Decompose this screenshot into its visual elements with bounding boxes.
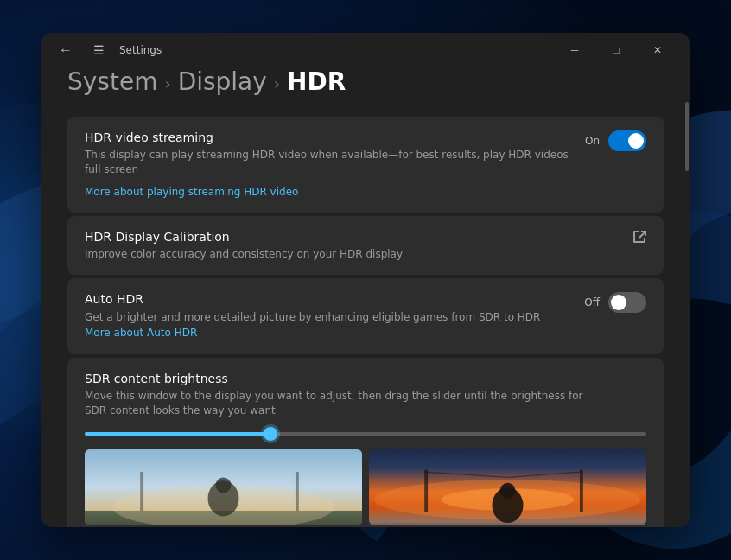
brightness-slider-fill bbox=[85, 432, 270, 436]
hdr-calibration-section: HDR Display Calibration Improve color ac… bbox=[67, 216, 664, 276]
external-link-icon[interactable] bbox=[632, 230, 646, 246]
hdr-video-desc: This display can play streaming HDR vide… bbox=[85, 148, 571, 177]
auto-hdr-toggle[interactable] bbox=[608, 292, 646, 313]
breadcrumb: System › Display › HDR bbox=[67, 67, 664, 96]
scrollbar-thumb[interactable] bbox=[685, 102, 689, 171]
auto-hdr-desc: Get a brighter and more detailed picture… bbox=[85, 309, 570, 340]
breadcrumb-sep-2: › bbox=[274, 74, 280, 92]
minimize-button[interactable]: ─ bbox=[555, 36, 594, 64]
auto-hdr-toggle-thumb bbox=[611, 295, 626, 310]
svg-point-5 bbox=[216, 477, 232, 493]
auto-hdr-title: Auto HDR bbox=[85, 292, 570, 306]
svg-rect-13 bbox=[424, 469, 428, 512]
hdr-video-link-row: More about playing streaming HDR video bbox=[85, 182, 571, 199]
window-title: Settings bbox=[119, 44, 162, 56]
hdr-video-text: HDR video streaming This display can pla… bbox=[85, 130, 571, 199]
title-bar: ← ☰ Settings ─ □ ✕ bbox=[41, 33, 690, 67]
brightness-slider-thumb[interactable] bbox=[264, 427, 277, 441]
window-controls: ─ □ ✕ bbox=[555, 36, 677, 64]
hdr-video-toggle-area: On bbox=[585, 130, 646, 151]
auto-hdr-section: Auto HDR Get a brighter and more detaile… bbox=[67, 278, 664, 354]
svg-point-12 bbox=[500, 483, 516, 499]
hdr-calibration-link-area bbox=[632, 230, 646, 246]
title-bar-left: ← ☰ Settings bbox=[54, 38, 162, 62]
hdr-video-title: HDR video streaming bbox=[85, 130, 571, 144]
sdr-brightness-desc: Move this window to the display you want… bbox=[85, 389, 586, 418]
brightness-slider-track[interactable] bbox=[85, 432, 646, 436]
breadcrumb-display[interactable]: Display bbox=[178, 67, 267, 96]
preview-sdr bbox=[85, 449, 362, 525]
hdr-calibration-title: HDR Display Calibration bbox=[85, 230, 403, 244]
auto-hdr-toggle-area: Off bbox=[584, 292, 646, 313]
hdr-video-header: HDR video streaming This display can pla… bbox=[85, 130, 646, 199]
hdr-video-toggle[interactable] bbox=[608, 130, 646, 151]
sdr-brightness-section: SDR content brightness Move this window … bbox=[67, 358, 664, 527]
preview-row bbox=[85, 449, 646, 525]
preview-hdr bbox=[369, 449, 646, 525]
hamburger-button[interactable]: ☰ bbox=[86, 38, 111, 62]
maximize-button[interactable]: □ bbox=[596, 36, 636, 64]
svg-rect-6 bbox=[140, 472, 143, 511]
breadcrumb-sep-1: › bbox=[164, 74, 170, 92]
hdr-video-link[interactable]: More about playing streaming HDR video bbox=[85, 186, 298, 198]
hdr-calibration-header: HDR Display Calibration Improve color ac… bbox=[85, 230, 646, 262]
hdr-calibration-text: HDR Display Calibration Improve color ac… bbox=[85, 230, 403, 262]
auto-hdr-link[interactable]: More about Auto HDR bbox=[85, 327, 197, 339]
scrollbar-track[interactable] bbox=[684, 67, 690, 527]
hdr-video-toggle-thumb bbox=[628, 133, 644, 149]
close-button[interactable]: ✕ bbox=[638, 36, 677, 64]
hdr-calibration-desc: Improve color accuracy and consistency o… bbox=[85, 247, 403, 262]
svg-rect-7 bbox=[296, 472, 299, 511]
auto-hdr-header: Auto HDR Get a brighter and more detaile… bbox=[85, 292, 646, 340]
hdr-video-section: HDR video streaming This display can pla… bbox=[67, 117, 664, 213]
svg-rect-14 bbox=[580, 469, 583, 512]
hdr-video-toggle-label: On bbox=[585, 135, 600, 147]
auto-hdr-toggle-label: Off bbox=[584, 296, 600, 309]
content-area: System › Display › HDR HDR video streami… bbox=[41, 67, 690, 527]
back-button[interactable]: ← bbox=[54, 38, 78, 62]
settings-window: ← ☰ Settings ─ □ ✕ System › Display › HD… bbox=[41, 33, 690, 527]
sdr-brightness-title: SDR content brightness bbox=[85, 372, 646, 385]
brightness-slider-wrapper bbox=[85, 432, 646, 436]
auto-hdr-text: Auto HDR Get a brighter and more detaile… bbox=[85, 292, 570, 340]
breadcrumb-hdr: HDR bbox=[287, 67, 346, 96]
breadcrumb-system[interactable]: System bbox=[67, 67, 157, 96]
